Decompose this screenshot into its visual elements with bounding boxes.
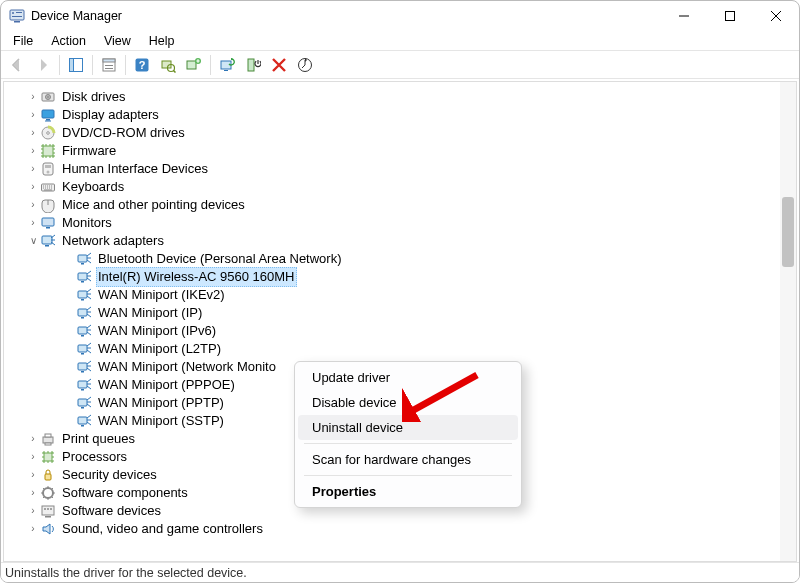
svg-rect-58 bbox=[81, 425, 84, 427]
title-bar: Device Manager bbox=[1, 1, 799, 31]
category-keyboards[interactable]: ›Keyboards bbox=[4, 178, 796, 196]
context-scan-hardware[interactable]: Scan for hardware changes bbox=[298, 447, 518, 472]
menu-action[interactable]: Action bbox=[43, 33, 94, 49]
properties-button[interactable] bbox=[97, 54, 121, 76]
context-properties[interactable]: Properties bbox=[298, 479, 518, 504]
category-sound[interactable]: ›Sound, video and game controllers bbox=[4, 520, 796, 538]
proc-icon bbox=[40, 449, 56, 465]
keyboards-icon bbox=[40, 179, 56, 195]
svg-rect-43 bbox=[78, 291, 87, 298]
svg-rect-61 bbox=[45, 443, 51, 445]
svg-rect-56 bbox=[81, 407, 84, 409]
scan-hardware-button[interactable] bbox=[156, 54, 180, 76]
back-button[interactable] bbox=[5, 54, 29, 76]
forward-button[interactable] bbox=[31, 54, 55, 76]
app-icon bbox=[9, 8, 25, 24]
device-intel[interactable]: Intel(R) Wireless-AC 9560 160MH bbox=[4, 268, 796, 286]
refresh-button[interactable] bbox=[293, 54, 317, 76]
svg-point-24 bbox=[47, 96, 48, 97]
category-mice[interactable]: ›Mice and other pointing devices bbox=[4, 196, 796, 214]
expand-toggle-icon[interactable]: › bbox=[26, 142, 40, 160]
device-wan_ip[interactable]: WAN Miniport (IP) bbox=[4, 304, 796, 322]
svg-rect-10 bbox=[105, 65, 113, 66]
svg-rect-38 bbox=[45, 245, 49, 247]
svg-rect-20 bbox=[248, 59, 254, 71]
device-wan_l2tp[interactable]: WAN Miniport (L2TP) bbox=[4, 340, 796, 358]
network-adapter-icon bbox=[76, 305, 92, 321]
disable-device-button[interactable] bbox=[241, 54, 265, 76]
svg-rect-30 bbox=[43, 146, 53, 156]
uninstall-device-button[interactable] bbox=[267, 54, 291, 76]
expand-toggle-icon[interactable]: › bbox=[26, 466, 40, 484]
context-separator bbox=[304, 443, 512, 444]
context-disable-device[interactable]: Disable device bbox=[298, 390, 518, 415]
svg-rect-11 bbox=[105, 68, 113, 69]
network-adapter-icon bbox=[76, 287, 92, 303]
device-label: WAN Miniport (IP) bbox=[96, 304, 204, 322]
mice-icon bbox=[40, 197, 56, 213]
maximize-button[interactable] bbox=[707, 1, 753, 31]
menu-view[interactable]: View bbox=[96, 33, 139, 49]
device-label: WAN Miniport (Network Monito bbox=[96, 358, 278, 376]
disk-icon bbox=[40, 89, 56, 105]
expand-toggle-icon[interactable]: › bbox=[26, 214, 40, 232]
device-wan_ikev2[interactable]: WAN Miniport (IKEv2) bbox=[4, 286, 796, 304]
scrollbar-thumb[interactable] bbox=[782, 197, 794, 267]
category-network[interactable]: ∨Network adapters bbox=[4, 232, 796, 250]
device-label: WAN Miniport (IPv6) bbox=[96, 322, 218, 340]
help-button[interactable]: ? bbox=[130, 54, 154, 76]
category-label: Keyboards bbox=[60, 178, 126, 196]
category-display[interactable]: ›Display adapters bbox=[4, 106, 796, 124]
network-adapter-icon bbox=[76, 413, 92, 429]
expand-toggle-icon[interactable]: › bbox=[26, 448, 40, 466]
expand-toggle-icon[interactable]: › bbox=[26, 106, 40, 124]
menu-help[interactable]: Help bbox=[141, 33, 183, 49]
svg-rect-42 bbox=[81, 281, 84, 283]
minimize-button[interactable] bbox=[661, 1, 707, 31]
menu-file[interactable]: File bbox=[5, 33, 41, 49]
svg-rect-66 bbox=[45, 516, 51, 518]
svg-point-2 bbox=[12, 12, 14, 14]
expand-toggle-icon[interactable]: › bbox=[26, 178, 40, 196]
category-label: Security devices bbox=[60, 466, 159, 484]
svg-rect-57 bbox=[78, 417, 87, 424]
context-uninstall-device[interactable]: Uninstall device bbox=[298, 415, 518, 440]
svg-rect-47 bbox=[78, 327, 87, 334]
expand-toggle-icon[interactable]: ∨ bbox=[26, 232, 40, 250]
expand-toggle-icon[interactable]: › bbox=[26, 160, 40, 178]
device-bt[interactable]: Bluetooth Device (Personal Area Network) bbox=[4, 250, 796, 268]
swcomp-icon bbox=[40, 485, 56, 501]
device-label: WAN Miniport (PPPOE) bbox=[96, 376, 237, 394]
update-driver-button[interactable] bbox=[215, 54, 239, 76]
expand-toggle-icon[interactable]: › bbox=[26, 196, 40, 214]
device-label: WAN Miniport (L2TP) bbox=[96, 340, 223, 358]
category-label: Mice and other pointing devices bbox=[60, 196, 247, 214]
expand-toggle-icon[interactable]: › bbox=[26, 484, 40, 502]
network-icon bbox=[40, 233, 56, 249]
category-firmware[interactable]: ›Firmware bbox=[4, 142, 796, 160]
status-bar: Uninstalls the driver for the selected d… bbox=[1, 562, 799, 582]
toolbar-separator bbox=[125, 55, 126, 75]
add-legacy-button[interactable] bbox=[182, 54, 206, 76]
show-hide-tree-button[interactable] bbox=[64, 54, 88, 76]
expand-toggle-icon[interactable]: › bbox=[26, 430, 40, 448]
expand-toggle-icon[interactable]: › bbox=[26, 502, 40, 520]
svg-rect-19 bbox=[224, 70, 228, 71]
device-wan_ipv6[interactable]: WAN Miniport (IPv6) bbox=[4, 322, 796, 340]
network-adapter-icon bbox=[76, 377, 92, 393]
close-button[interactable] bbox=[753, 1, 799, 31]
category-monitors[interactable]: ›Monitors bbox=[4, 214, 796, 232]
context-update-driver[interactable]: Update driver bbox=[298, 365, 518, 390]
category-hid[interactable]: ›Human Interface Devices bbox=[4, 160, 796, 178]
expand-toggle-icon[interactable]: › bbox=[26, 520, 40, 538]
category-dvd[interactable]: ›DVD/CD-ROM drives bbox=[4, 124, 796, 142]
display-icon bbox=[40, 107, 56, 123]
svg-rect-60 bbox=[45, 434, 51, 437]
monitors-icon bbox=[40, 215, 56, 231]
expand-toggle-icon[interactable]: › bbox=[26, 124, 40, 142]
expand-toggle-icon[interactable]: › bbox=[26, 88, 40, 106]
hid-icon bbox=[40, 161, 56, 177]
svg-rect-1 bbox=[14, 21, 20, 23]
vertical-scrollbar[interactable] bbox=[780, 82, 796, 561]
category-disk[interactable]: ›Disk drives bbox=[4, 88, 796, 106]
